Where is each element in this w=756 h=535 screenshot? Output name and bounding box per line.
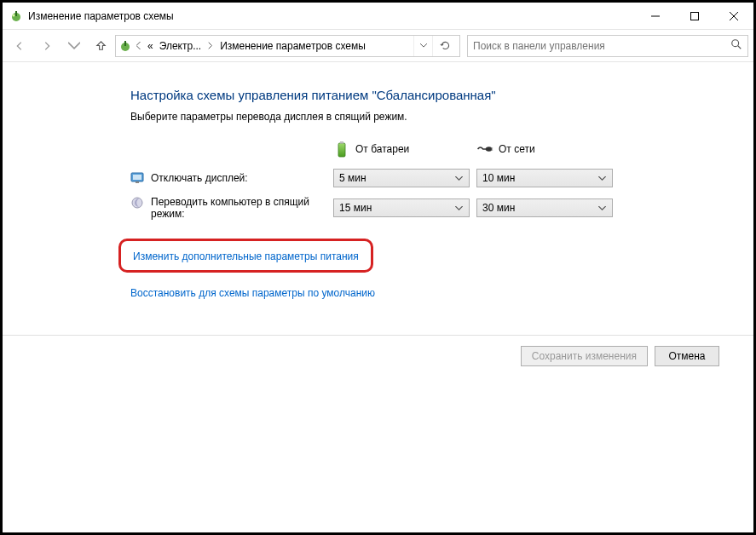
close-button[interactable]: [714, 3, 753, 29]
breadcrumb-history-dropdown[interactable]: [413, 36, 432, 56]
svg-rect-15: [491, 150, 493, 151]
refresh-button[interactable]: [432, 36, 458, 56]
svg-point-9: [732, 39, 739, 46]
minimize-button[interactable]: [636, 3, 675, 29]
link-restore-defaults[interactable]: Восстановить для схемы параметры по умол…: [130, 287, 375, 299]
svg-rect-4: [691, 12, 699, 20]
settings-grid: От батареи От сети Отключать дисплей: 5 …: [130, 138, 719, 220]
dropdown-sleep-ac[interactable]: 30 мин: [476, 198, 613, 217]
dropdown-display-ac[interactable]: 10 мин: [476, 169, 613, 187]
nav-back-button[interactable]: [8, 34, 32, 58]
dropdown-display-battery[interactable]: 5 мин: [333, 169, 470, 187]
svg-rect-12: [340, 141, 343, 144]
nav-up-button[interactable]: [89, 35, 112, 57]
battery-icon: [333, 138, 350, 160]
row-sleep: Переводить компьютер в спящий режим:: [130, 196, 326, 220]
breadcrumb-ellipsis[interactable]: «: [145, 40, 156, 52]
content-area: Настройка схемы управления питанием "Сба…: [3, 62, 753, 532]
svg-rect-1: [15, 11, 17, 16]
monitor-icon: [130, 171, 144, 185]
nav-recent-dropdown[interactable]: [62, 34, 86, 58]
chevron-left-icon[interactable]: [133, 36, 145, 56]
breadcrumb-item-1[interactable]: Электр...: [156, 40, 205, 52]
links-area: Изменить дополнительные параметры питани…: [130, 239, 719, 300]
cancel-button[interactable]: Отмена: [655, 346, 719, 366]
svg-line-10: [738, 45, 742, 49]
chevron-down-icon: [452, 206, 465, 210]
window-controls: [636, 3, 753, 29]
page-subtext: Выберите параметры перевода дисплея в сп…: [130, 111, 719, 123]
column-ac-label: От сети: [499, 143, 535, 155]
svg-rect-17: [133, 175, 141, 180]
window-title: Изменение параметров схемы: [28, 10, 636, 22]
search-box[interactable]: [467, 35, 748, 57]
app-icon: [9, 9, 23, 23]
breadcrumb-icon: [118, 38, 133, 54]
chevron-right-icon[interactable]: [205, 36, 216, 56]
save-button[interactable]: Сохранить изменения: [521, 346, 648, 366]
titlebar: Изменение параметров схемы: [3, 3, 753, 30]
svg-rect-14: [491, 147, 493, 148]
chevron-down-icon: [452, 176, 465, 181]
search-icon[interactable]: [730, 38, 742, 54]
chevron-down-icon: [595, 206, 609, 210]
chevron-down-icon: [595, 176, 609, 181]
row-sleep-label: Переводить компьютер в спящий режим:: [151, 196, 317, 220]
moon-icon: [130, 196, 144, 210]
footer-bar: Сохранить изменения Отмена: [3, 335, 753, 532]
breadcrumb-item-2[interactable]: Изменение параметров схемы: [216, 40, 369, 52]
breadcrumb[interactable]: « Электр... Изменение параметров схемы: [115, 35, 460, 57]
column-battery-label: От батареи: [355, 143, 409, 155]
highlight-annotation: Изменить дополнительные параметры питани…: [118, 239, 373, 273]
page-heading: Настройка схемы управления питанием "Сба…: [130, 88, 719, 102]
svg-point-13: [486, 147, 493, 151]
svg-rect-8: [124, 41, 126, 46]
row-display-off: Отключать дисплей:: [130, 171, 326, 185]
nav-forward-button[interactable]: [35, 34, 59, 58]
link-advanced-settings[interactable]: Изменить дополнительные параметры питани…: [133, 250, 359, 262]
column-battery: От батареи: [333, 138, 470, 160]
navbar: « Электр... Изменение параметров схемы: [3, 30, 753, 62]
svg-rect-11: [338, 143, 345, 157]
svg-point-2: [13, 14, 15, 16]
maximize-button[interactable]: [675, 3, 714, 29]
window-frame: Изменение параметров схемы « Электр... И…: [0, 0, 756, 535]
svg-rect-18: [136, 181, 139, 183]
dropdown-sleep-battery[interactable]: 15 мин: [333, 198, 470, 217]
search-input[interactable]: [473, 40, 730, 52]
column-ac: От сети: [476, 138, 613, 160]
plug-icon: [476, 138, 493, 160]
row-display-off-label: Отключать дисплей:: [151, 172, 248, 184]
